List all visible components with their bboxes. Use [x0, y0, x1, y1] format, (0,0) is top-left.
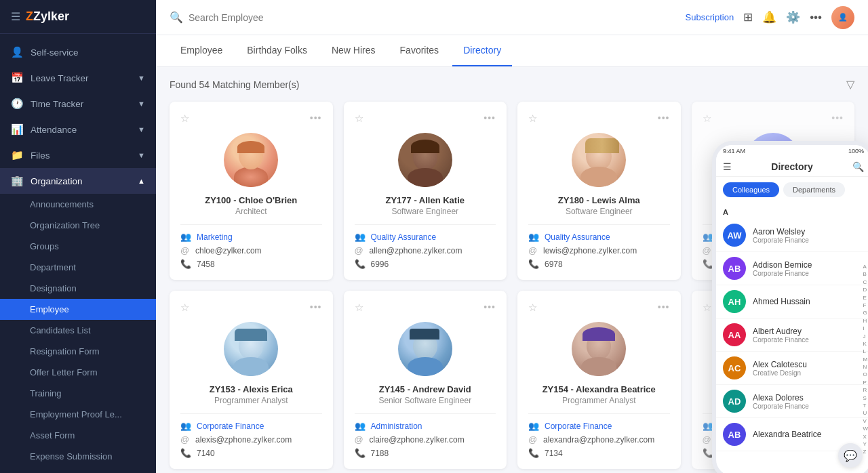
- department-link[interactable]: Quality Assurance: [371, 232, 437, 242]
- employee-name: ZY100 - Chloe O'Brien: [180, 195, 322, 205]
- alpha-d[interactable]: D: [863, 287, 868, 293]
- alpha-v[interactable]: V: [863, 418, 868, 425]
- alpha-a[interactable]: A: [863, 264, 868, 270]
- mobile-menu-icon[interactable]: ☰: [723, 161, 732, 172]
- bell-icon[interactable]: 🔔: [762, 10, 776, 24]
- more-options-icon[interactable]: •••: [831, 112, 844, 123]
- star-icon[interactable]: ☆: [528, 302, 537, 314]
- department-link[interactable]: Quality Assurance: [545, 232, 610, 242]
- sidebar-sub-item-resignation-form[interactable]: Resignation Form: [0, 341, 156, 362]
- department-link[interactable]: Administration: [371, 421, 422, 431]
- department-link[interactable]: Corporate Finance: [197, 421, 264, 431]
- subscription-button[interactable]: Subscription: [686, 12, 734, 22]
- alpha-e[interactable]: E: [863, 295, 868, 302]
- alpha-z[interactable]: Z: [863, 449, 868, 454]
- sidebar-sub-item-candidates-list[interactable]: Candidates List: [0, 320, 156, 341]
- alpha-y[interactable]: Y: [863, 441, 868, 448]
- alpha-j[interactable]: J: [863, 333, 868, 340]
- sidebar-sub-item-training[interactable]: Training: [0, 383, 156, 404]
- more-options-icon[interactable]: •••: [658, 302, 670, 312]
- sidebar-sub-item-announcements[interactable]: Announcements: [0, 194, 156, 215]
- tab-new-hires[interactable]: New Hires: [321, 35, 387, 66]
- employee-title: Architect: [180, 207, 322, 216]
- card-top: ☆ •••: [528, 112, 670, 125]
- sidebar-sub-item-groups[interactable]: Groups: [0, 236, 156, 257]
- mobile-list-item-alexa[interactable]: AD Alexa Dolores Corporate Finance: [716, 385, 868, 418]
- mobile-list-item-addison[interactable]: AB Addison Bernice Corporate Finance: [716, 252, 868, 285]
- more-options-icon[interactable]: •••: [310, 112, 322, 123]
- tab-employee[interactable]: Employee: [170, 35, 233, 66]
- alpha-b[interactable]: B: [863, 271, 868, 278]
- star-icon[interactable]: ☆: [703, 112, 711, 125]
- user-avatar[interactable]: 👤: [831, 6, 854, 29]
- avatar: [224, 133, 278, 187]
- more-options-icon[interactable]: •••: [484, 112, 496, 123]
- mobile-list-item-albert[interactable]: AA Albert Audrey Corporate Finance: [716, 318, 868, 352]
- employee-name: ZY153 - Alexis Erica: [180, 384, 322, 394]
- sidebar-item-self-service[interactable]: 👤 Self-service: [0, 39, 156, 65]
- mobile-search-icon[interactable]: 🔍: [852, 161, 864, 172]
- tab-favorites[interactable]: Favorites: [389, 35, 450, 66]
- search-icon: 🔍: [170, 11, 183, 24]
- department-link[interactable]: Corporate Finance: [545, 421, 612, 431]
- department-link[interactable]: Marketing: [197, 232, 233, 242]
- more-options-icon[interactable]: •••: [658, 112, 670, 123]
- sidebar-item-files[interactable]: 📁 Files ▼: [0, 142, 156, 168]
- sidebar-item-organization[interactable]: 🏢 Organization ▲: [0, 168, 156, 194]
- alpha-x[interactable]: X: [863, 434, 868, 440]
- search-bar[interactable]: 🔍: [170, 11, 441, 24]
- alpha-n[interactable]: N: [863, 364, 868, 371]
- alpha-p[interactable]: P: [863, 379, 868, 386]
- mobile-list-item-alex[interactable]: AC Alex Calotescu Creative Design: [716, 352, 868, 385]
- mobile-list-item-aaron[interactable]: AW Aaron Welsley Corporate Finance: [716, 219, 868, 252]
- tab-birthday-folks[interactable]: Birthday Folks: [236, 35, 318, 66]
- more-options-icon[interactable]: •••: [310, 302, 322, 312]
- search-input[interactable]: [189, 12, 441, 23]
- star-icon[interactable]: ☆: [528, 112, 537, 125]
- mobile-tab-departments[interactable]: Departments: [783, 182, 845, 197]
- sidebar-sub-item-department[interactable]: Department: [0, 257, 156, 278]
- alpha-l[interactable]: L: [863, 348, 868, 355]
- star-icon[interactable]: ☆: [355, 302, 363, 314]
- settings-icon[interactable]: ⚙️: [786, 10, 800, 24]
- star-icon[interactable]: ☆: [180, 112, 189, 125]
- sidebar-sub-item-designation[interactable]: Designation: [0, 278, 156, 299]
- add-icon[interactable]: ⊞: [743, 10, 753, 24]
- star-icon[interactable]: ☆: [355, 112, 363, 125]
- alpha-u[interactable]: U: [863, 410, 868, 417]
- tab-directory[interactable]: Directory: [452, 35, 512, 66]
- more-options-icon[interactable]: •••: [484, 302, 496, 312]
- email-row: @ claire@zphone.zylker.com: [355, 434, 496, 445]
- alpha-o[interactable]: O: [863, 371, 868, 378]
- mobile-tab-colleagues[interactable]: Colleagues: [723, 182, 779, 197]
- sidebar-sub-item-expense-submission[interactable]: Expense Submission: [0, 446, 156, 467]
- alpha-c[interactable]: C: [863, 279, 868, 286]
- alpha-r[interactable]: R: [863, 387, 868, 394]
- star-icon[interactable]: ☆: [703, 302, 711, 314]
- alpha-g[interactable]: G: [863, 310, 868, 316]
- mobile-chat-button[interactable]: 💬: [838, 443, 863, 468]
- more-options-icon[interactable]: •••: [810, 11, 822, 24]
- filter-icon[interactable]: ▽: [846, 78, 854, 91]
- sidebar-sub-item-employee[interactable]: Employee: [0, 299, 156, 320]
- star-icon[interactable]: ☆: [180, 302, 189, 314]
- sidebar-item-leave-tracker[interactable]: 📅 Leave Tracker ▼: [0, 65, 156, 91]
- mobile-list-item-ahmed[interactable]: AH Ahmed Hussain: [716, 285, 868, 318]
- alpha-f[interactable]: F: [863, 302, 868, 309]
- alpha-i[interactable]: I: [863, 325, 868, 332]
- alpha-m[interactable]: M: [863, 356, 868, 363]
- alpha-k[interactable]: K: [863, 341, 868, 348]
- sidebar-item-attendance[interactable]: 📊 Attendance ▼: [0, 117, 156, 142]
- sidebar-sub-item-organization-tree[interactable]: Organization Tree: [0, 215, 156, 236]
- alpha-h[interactable]: H: [863, 318, 868, 325]
- sidebar-sub-item-offer-letter[interactable]: Offer Letter Form: [0, 362, 156, 383]
- email-icon: @: [180, 434, 190, 445]
- employee-name: ZY180 - Lewis Alma: [528, 195, 670, 205]
- sidebar-sub-item-employment-proof[interactable]: Employment Proof Le...: [0, 404, 156, 425]
- alpha-s[interactable]: S: [863, 395, 868, 402]
- hamburger-icon[interactable]: ☰: [11, 10, 20, 23]
- alpha-w[interactable]: W: [863, 426, 868, 432]
- sidebar-item-time-tracker[interactable]: 🕐 Time Tracker ▼: [0, 91, 156, 117]
- sidebar-sub-item-asset-form[interactable]: Asset Form: [0, 425, 156, 446]
- alpha-t[interactable]: T: [863, 403, 868, 409]
